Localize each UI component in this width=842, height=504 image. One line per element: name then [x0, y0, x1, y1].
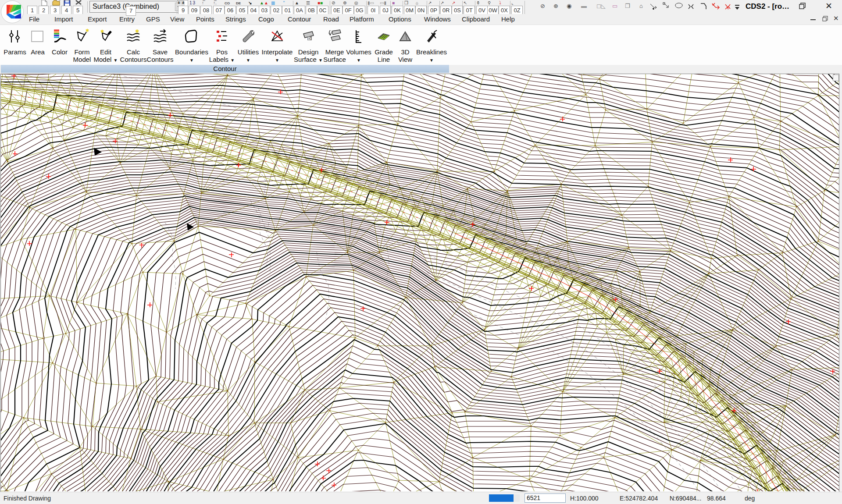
svg-text:D: D	[308, 36, 311, 41]
svg-text:✱: ✱	[86, 28, 89, 33]
svg-text:✱: ✱	[135, 28, 139, 34]
svg-text:✱: ✱	[100, 29, 104, 34]
